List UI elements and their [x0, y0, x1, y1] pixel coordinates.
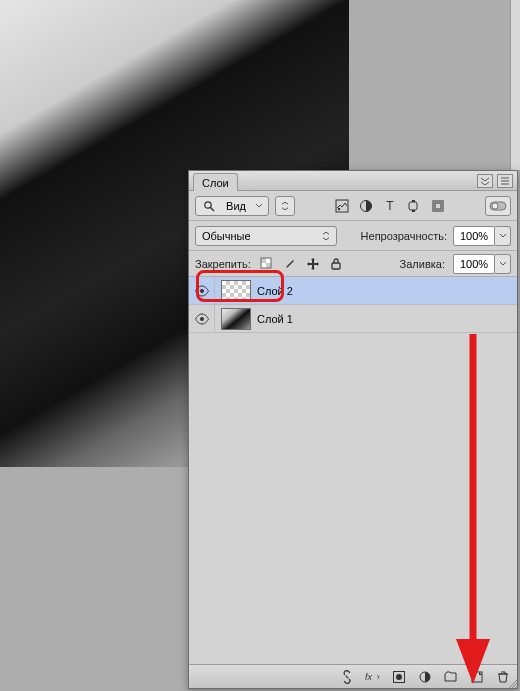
smart-filter-icon[interactable] — [430, 198, 446, 214]
svg-rect-8 — [412, 210, 415, 212]
layers-panel: Слои Вид T — [188, 170, 518, 689]
link-layers-icon[interactable] — [339, 669, 355, 685]
svg-rect-2 — [336, 200, 348, 212]
layers-list[interactable]: Слой 2Слой 1 — [189, 277, 517, 664]
fill-label: Заливка: — [400, 258, 445, 270]
blend-row: Обычные Непрозрачность: 100% — [189, 221, 517, 251]
svg-point-3 — [338, 207, 341, 210]
svg-rect-14 — [266, 263, 271, 268]
search-icon — [201, 198, 217, 214]
layer-row[interactable]: Слой 2 — [189, 277, 517, 305]
adjust-filter-icon[interactable] — [358, 198, 374, 214]
lock-move-icon[interactable] — [305, 256, 321, 272]
svg-rect-7 — [412, 200, 415, 202]
svg-point-19 — [200, 289, 204, 293]
lock-row: Закрепить: Заливка: 100% — [189, 251, 517, 277]
panel-header: Слои — [189, 171, 517, 191]
group-icon[interactable] — [443, 669, 459, 685]
visibility-toggle[interactable] — [189, 305, 215, 332]
panel-footer: fx — [189, 664, 517, 688]
svg-text:T: T — [386, 199, 394, 213]
svg-rect-15 — [266, 258, 271, 263]
svg-point-24 — [396, 674, 402, 680]
mask-icon[interactable] — [391, 669, 407, 685]
panel-tab-layers[interactable]: Слои — [193, 173, 238, 191]
opacity-slider-toggle[interactable] — [495, 226, 511, 246]
chevron-down-icon — [322, 231, 330, 241]
chevron-down-icon — [255, 202, 263, 210]
resize-grip[interactable] — [508, 679, 518, 689]
blend-mode-dropdown[interactable]: Обычные — [195, 226, 337, 246]
svg-rect-13 — [261, 258, 266, 263]
filter-row: Вид T — [189, 191, 517, 221]
layer-thumbnail[interactable] — [221, 280, 251, 302]
svg-line-21 — [346, 675, 349, 678]
svg-rect-16 — [261, 263, 266, 268]
svg-point-20 — [200, 317, 204, 321]
filter-type-dropdown[interactable]: Вид — [195, 196, 269, 216]
panel-collapse-button[interactable] — [477, 174, 493, 188]
blend-mode-value: Обычные — [202, 230, 251, 242]
opacity-label: Непрозрачность: — [361, 230, 447, 242]
shape-filter-icon[interactable] — [406, 198, 422, 214]
layer-name[interactable]: Слой 2 — [257, 285, 293, 297]
panel-menu-button[interactable] — [497, 174, 513, 188]
layer-row[interactable]: Слой 1 — [189, 305, 517, 333]
fx-icon[interactable]: fx — [365, 669, 381, 685]
adjustment-icon[interactable] — [417, 669, 433, 685]
type-filter-icon[interactable]: T — [382, 198, 398, 214]
svg-rect-6 — [409, 202, 417, 210]
svg-rect-10 — [435, 203, 441, 209]
lock-label: Закрепить: — [195, 258, 251, 270]
lock-transparency-icon[interactable] — [259, 256, 275, 272]
visibility-toggle[interactable] — [189, 277, 215, 304]
filter-type-label: Вид — [226, 200, 246, 212]
fill-slider-toggle[interactable] — [495, 254, 511, 274]
svg-rect-18 — [332, 263, 340, 269]
layer-name[interactable]: Слой 1 — [257, 313, 293, 325]
fill-input[interactable]: 100% — [453, 254, 495, 274]
svg-text:fx: fx — [365, 671, 372, 681]
filter-type-stepper[interactable] — [275, 196, 295, 216]
new-layer-icon[interactable] — [469, 669, 485, 685]
layer-thumbnail[interactable] — [221, 308, 251, 330]
lock-all-icon[interactable] — [328, 256, 344, 272]
filter-toggle-switch[interactable] — [485, 196, 511, 216]
svg-point-12 — [492, 203, 498, 209]
lock-brush-icon[interactable] — [282, 256, 298, 272]
vertical-scrollbar[interactable] — [510, 0, 520, 170]
svg-point-0 — [205, 201, 211, 207]
pixel-filter-icon[interactable] — [334, 198, 350, 214]
opacity-input[interactable]: 100% — [453, 226, 495, 246]
svg-line-1 — [211, 207, 215, 211]
